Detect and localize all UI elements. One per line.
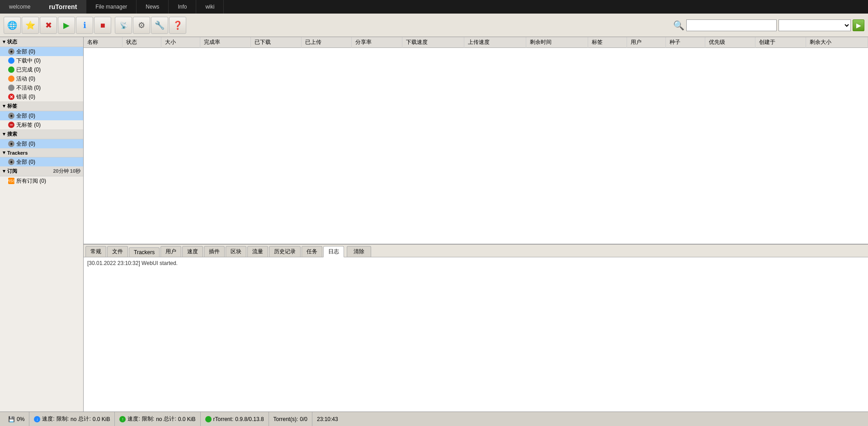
torrents-label: Torrent(s): [274,416,298,422]
upload-limit-value: no [156,416,162,422]
search-go-button[interactable]: ▶ [853,19,864,31]
col-downloaded[interactable]: 已下载 [251,37,302,48]
sidebar-item-downloading-label: 下载中 (0) [16,57,41,65]
col-remaining[interactable]: 剩余时间 [526,37,588,48]
rtorrent-version: 0.9.8/0.13.8 [235,416,264,422]
col-priority[interactable]: 优先级 [705,37,755,48]
tab-history[interactable]: 历史记录 [269,246,301,257]
torrent-table-container[interactable]: 名称 状态 大小 完成率 已下载 已上传 分享率 下载速度 上传速度 剩余时间 … [84,37,868,244]
start-button[interactable]: ▶ [58,17,75,34]
tab-traffic[interactable]: 流量 [247,246,268,257]
sidebar-item-error[interactable]: ✕ 错误 (0) [0,92,83,101]
sidebar-section-feeds-label: 订阅 [7,168,17,175]
inactive-icon [8,85,14,91]
download-total-label: 总计: [78,415,90,423]
sidebar-item-all-feeds[interactable]: RSS 所有订阅 (0) [0,176,83,185]
tab-trackers[interactable]: Trackers [129,247,160,257]
bottom-log-content: [30.01.2022 23:10:32] WebUI started. [84,257,868,412]
sidebar-section-trackers[interactable]: ▾ Trackers [0,148,83,157]
col-progress[interactable]: 完成率 [200,37,251,48]
feeds-countdown: 20分钟 10秒 [53,168,80,175]
col-ul-speed[interactable]: 上传速度 [464,37,526,48]
settings-button[interactable]: ⚙ [133,17,150,34]
sidebar-section-tags-label: 标签 [7,103,17,109]
col-dl-speed[interactable]: 下载速度 [402,37,464,48]
remove-button[interactable]: ✖ [40,17,57,34]
tab-files[interactable]: 文件 [107,246,128,257]
sidebar-item-active-label: 活动 (0) [16,75,35,83]
sidebar-item-search-all[interactable]: ✦ 全部 (0) [0,139,83,148]
sidebar-item-tags-all[interactable]: ✦ 全部 (0) [0,111,83,120]
tab-tasks[interactable]: 任务 [302,246,322,257]
torrents-count: 0/0 [300,416,307,422]
rss-icon: RSS [8,178,14,184]
sidebar-section-feeds[interactable]: ▾ 订阅 20分钟 10秒 [0,166,83,176]
tab-log[interactable]: 日志 [323,246,344,257]
content-area: 名称 状态 大小 完成率 已下载 已上传 分享率 下载速度 上传速度 剩余时间 … [84,37,868,412]
rtorrent-status-icon [205,416,212,422]
tab-general[interactable]: 常规 [85,246,106,257]
col-label[interactable]: 标签 [588,37,627,48]
nav-tab-welcome[interactable]: welcome [0,0,40,14]
col-status[interactable]: 状态 [122,37,161,48]
sidebar-section-tags[interactable]: ▾ 标签 [0,101,83,111]
col-uploaded[interactable]: 已上传 [301,37,352,48]
add-url-button[interactable]: 🌐 [4,17,21,34]
table-header-row: 名称 状态 大小 完成率 已下载 已上传 分享率 下载速度 上传速度 剩余时间 … [84,37,868,48]
search-icon[interactable]: 🔍 [673,20,684,31]
col-ratio[interactable]: 分享率 [352,37,402,48]
col-remaining-size[interactable]: 剩余大小 [806,37,868,48]
clear-log-button[interactable]: 清除 [347,246,371,257]
nav-tab-file-manager[interactable]: File manager [86,0,137,14]
sidebar-item-inactive[interactable]: 不活动 (0) [0,83,83,92]
col-size[interactable]: 大小 [161,37,200,48]
upload-total-value: 0.0 KiB [178,416,196,422]
sidebar-item-trackers-all[interactable]: ✦ 全部 (0) [0,157,83,166]
status-disk: 💾 0% [4,412,29,426]
info-button[interactable]: ℹ [76,17,93,34]
help-button[interactable]: ❓ [169,17,186,34]
nav-tab-rutorrent[interactable]: ruTorrent [40,0,86,14]
upload-arrow-icon: ↑ [119,416,126,422]
col-created[interactable]: 创建于 [755,37,806,48]
stop-button[interactable]: ⏹ [94,17,111,34]
sidebar-section-search[interactable]: ▾ 搜索 [0,129,83,139]
tab-peers[interactable]: 用户 [160,246,181,257]
search-input[interactable] [686,19,777,31]
sidebar-item-downloading[interactable]: 下载中 (0) [0,56,83,65]
sidebar-item-completed-label: 已完成 (0) [16,66,41,74]
upload-limit-label: 限制: [142,415,154,423]
add-file-button[interactable]: ⭐ [22,17,39,34]
search-engine-dropdown[interactable] [778,19,851,31]
rss-button[interactable]: 📡 [115,17,132,34]
torrent-table: 名称 状态 大小 完成率 已下载 已上传 分享率 下载速度 上传速度 剩余时间 … [84,37,868,48]
sidebar-item-completed[interactable]: 已完成 (0) [0,65,83,74]
nav-tab-wiki[interactable]: wiki [196,0,224,14]
col-peers[interactable]: 用户 [627,37,666,48]
chevron-down-icon: ▾ [3,39,5,45]
nav-tab-info[interactable]: Info [169,0,196,14]
sidebar-item-all[interactable]: ✦ 全部 (0) [0,47,83,56]
col-name[interactable]: 名称 [84,37,122,48]
status-bar: 💾 0% ↓ 速度: 限制: no 总计: 0.0 KiB ↑ 速度: 限制: … [0,412,868,426]
upload-speed-label: 速度: [127,415,140,423]
search-area: 🔍 ▶ [673,19,864,31]
rtorrent-label: rTorrent: [213,416,234,422]
sidebar-section-status[interactable]: ▾ 状态 [0,37,83,47]
nav-tab-news[interactable]: News [137,0,169,14]
current-time: 23:10:43 [317,416,338,422]
tab-speed[interactable]: 速度 [182,246,203,257]
disk-percent: 0% [17,416,24,422]
bottom-tabs-bar: 常规 文件 Trackers 用户 速度 插件 区块 流量 历史记录 任务 日志… [84,245,868,257]
sidebar-item-inactive-label: 不活动 (0) [16,84,41,92]
chevron-down-icon-feeds: ▾ [3,168,5,174]
tab-plugins[interactable]: 插件 [204,246,225,257]
tools-button[interactable]: 🔧 [151,17,168,34]
col-seeds[interactable]: 种子 [666,37,705,48]
status-torrents: Torrent(s): 0/0 [269,412,312,426]
sidebar-item-active[interactable]: 活动 (0) [0,74,83,83]
tab-chunks[interactable]: 区块 [226,246,246,257]
error-icon: ✕ [8,94,14,100]
sidebar-item-no-tags[interactable]: − 无标签 (0) [0,120,83,129]
sidebar-item-tags-all-label: 全部 (0) [16,112,35,120]
